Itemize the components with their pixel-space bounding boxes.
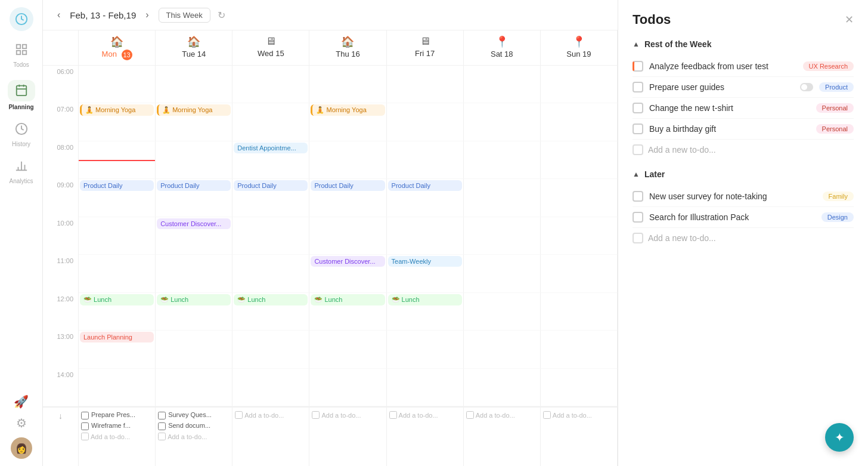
- todo-tag-design[interactable]: Design: [822, 212, 854, 222]
- cell-tue-09[interactable]: Product Daily: [156, 179, 232, 217]
- cell-mon-11[interactable]: [79, 255, 156, 292]
- cell-thu-14[interactable]: [309, 369, 386, 406]
- cell-sun-11[interactable]: [541, 255, 618, 292]
- cell-mon-12[interactable]: 🥗 Lunch: [79, 293, 156, 331]
- cell-fri-10[interactable]: [387, 217, 464, 255]
- cell-fri-12[interactable]: 🥗 Lunch: [387, 293, 464, 331]
- cell-tue-14[interactable]: [156, 369, 232, 406]
- event-product-daily-mon[interactable]: Product Daily: [80, 180, 154, 191]
- sidebar-item-planning[interactable]: Planning: [0, 75, 42, 115]
- cell-wed-06[interactable]: [232, 66, 309, 103]
- event-customer-disc-thu[interactable]: Customer Discover...: [311, 256, 385, 267]
- event-product-daily-tue[interactable]: Product Daily: [157, 180, 231, 191]
- footer-add-wed[interactable]: Add a to-do...: [235, 411, 306, 419]
- cell-tue-12[interactable]: 🥗 Lunch: [156, 293, 232, 331]
- cell-sun-08[interactable]: [541, 141, 618, 179]
- cell-wed-11[interactable]: [232, 255, 309, 292]
- event-morning-yoga-tue[interactable]: 🧘 Morning Yoga: [157, 104, 231, 116]
- add-todo-rest[interactable]: Add a new to-do...: [633, 140, 854, 160]
- event-dentist-wed[interactable]: Dentist Appointme...: [234, 143, 308, 153]
- cell-sun-09[interactable]: [541, 179, 618, 217]
- cell-thu-07[interactable]: 🧘 Morning Yoga: [309, 103, 386, 141]
- footer-todo-checkbox-mon-1[interactable]: [81, 412, 89, 419]
- cell-thu-12[interactable]: 🥗 Lunch: [309, 293, 386, 331]
- fab-button[interactable]: ✦: [825, 423, 854, 452]
- cell-sat-07[interactable]: [464, 103, 541, 141]
- todo-tag-ux[interactable]: UX Research: [803, 61, 854, 71]
- cell-sat-09[interactable]: [464, 179, 541, 217]
- cell-tue-07[interactable]: 🧘 Morning Yoga: [156, 103, 232, 141]
- toggle-guides[interactable]: [800, 83, 813, 91]
- todo-checkbox-analyze[interactable]: [633, 61, 643, 72]
- cell-fri-14[interactable]: [387, 369, 464, 406]
- cell-sat-13[interactable]: [464, 331, 541, 368]
- cell-mon-08[interactable]: [79, 141, 156, 179]
- this-week-button[interactable]: This Week: [159, 8, 210, 23]
- cell-fri-07[interactable]: [387, 103, 464, 141]
- footer-add-fri[interactable]: Add a to-do...: [389, 411, 461, 419]
- event-product-daily-fri[interactable]: Product Daily: [388, 180, 462, 191]
- footer-todo-checkbox-tue-1[interactable]: [158, 412, 166, 419]
- footer-todo-checkbox-mon-2[interactable]: [81, 422, 89, 430]
- cell-thu-11[interactable]: Customer Discover...: [309, 255, 386, 292]
- cell-sun-14[interactable]: [541, 369, 618, 406]
- cell-sun-13[interactable]: [541, 331, 618, 368]
- cell-sat-11[interactable]: [464, 255, 541, 292]
- cell-sat-14[interactable]: [464, 369, 541, 406]
- cell-tue-11[interactable]: [156, 255, 232, 292]
- todo-tag-personal-shirt[interactable]: Personal: [816, 103, 854, 113]
- event-lunch-wed[interactable]: 🥗 Lunch: [234, 294, 308, 305]
- todo-checkbox-survey[interactable]: [633, 191, 643, 202]
- cell-wed-10[interactable]: [232, 217, 309, 255]
- app-logo[interactable]: [10, 7, 33, 31]
- cell-mon-06[interactable]: [79, 66, 156, 103]
- cell-tue-08[interactable]: [156, 141, 232, 179]
- event-team-weekly-fri[interactable]: Team-Weekly: [388, 256, 462, 267]
- cell-wed-14[interactable]: [232, 369, 309, 406]
- footer-add-tue[interactable]: Add a to-do...: [158, 433, 230, 440]
- cell-wed-09[interactable]: Product Daily: [232, 179, 309, 217]
- next-week-button[interactable]: ›: [143, 7, 151, 23]
- event-customer-disc-tue[interactable]: Customer Discover...: [157, 218, 231, 229]
- event-launch-planning-mon[interactable]: Launch Planning: [80, 332, 154, 342]
- event-lunch-tue[interactable]: 🥗 Lunch: [157, 294, 231, 305]
- todo-checkbox-guides[interactable]: [633, 82, 643, 92]
- cell-fri-06[interactable]: [387, 66, 464, 103]
- event-lunch-mon[interactable]: 🥗 Lunch: [80, 294, 154, 305]
- cell-sat-06[interactable]: [464, 66, 541, 103]
- refresh-button[interactable]: ↻: [218, 10, 225, 21]
- cell-sun-07[interactable]: [541, 103, 618, 141]
- event-product-daily-wed[interactable]: Product Daily: [234, 180, 308, 191]
- cell-thu-08[interactable]: [309, 141, 386, 179]
- cell-tue-06[interactable]: [156, 66, 232, 103]
- cell-wed-12[interactable]: 🥗 Lunch: [232, 293, 309, 331]
- cell-mon-13[interactable]: Launch Planning: [79, 331, 156, 368]
- cell-fri-08[interactable]: [387, 141, 464, 179]
- cell-thu-09[interactable]: Product Daily: [309, 179, 386, 217]
- event-lunch-fri[interactable]: 🥗 Lunch: [388, 294, 462, 305]
- todo-checkbox-shirt[interactable]: [633, 103, 643, 113]
- cell-wed-08[interactable]: Dentist Appointme...: [232, 141, 309, 179]
- cell-thu-13[interactable]: [309, 331, 386, 368]
- cell-wed-07[interactable]: [232, 103, 309, 141]
- sidebar-item-history[interactable]: History: [0, 118, 42, 152]
- todo-checkbox-birthday[interactable]: [633, 124, 643, 134]
- event-product-daily-thu[interactable]: Product Daily: [311, 180, 385, 191]
- event-lunch-thu[interactable]: 🥗 Lunch: [311, 294, 385, 305]
- cell-tue-10[interactable]: Customer Discover...: [156, 217, 232, 255]
- footer-todo-checkbox-tue-2[interactable]: [158, 422, 166, 430]
- cell-tue-13[interactable]: [156, 331, 232, 368]
- footer-add-thu[interactable]: Add a to-do...: [312, 411, 383, 419]
- cell-sat-08[interactable]: [464, 141, 541, 179]
- cell-fri-13[interactable]: [387, 331, 464, 368]
- sidebar-item-todos[interactable]: Todos: [0, 38, 42, 73]
- cell-fri-09[interactable]: Product Daily: [387, 179, 464, 217]
- cell-thu-06[interactable]: [309, 66, 386, 103]
- cell-wed-13[interactable]: [232, 331, 309, 368]
- footer-add-sun[interactable]: Add a to-do...: [543, 411, 615, 419]
- add-todo-later[interactable]: Add a new to-do...: [633, 228, 854, 248]
- event-morning-yoga-thu[interactable]: 🧘 Morning Yoga: [311, 104, 385, 116]
- cell-mon-07[interactable]: 🧘 Morning Yoga: [79, 103, 156, 141]
- cell-sun-06[interactable]: [541, 66, 618, 103]
- sidebar-item-analytics[interactable]: Analytics: [0, 155, 42, 189]
